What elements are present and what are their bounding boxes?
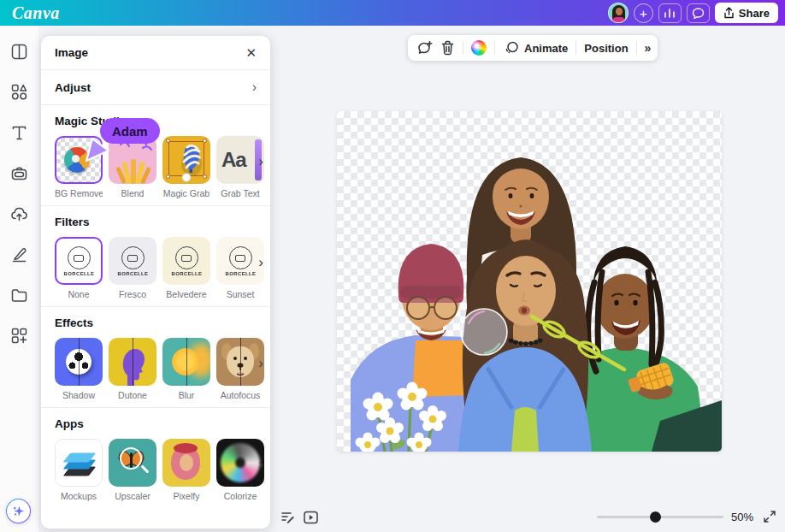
photo-four-friends	[337, 111, 722, 452]
upload-icon	[723, 7, 735, 19]
effect-dutone-thumb	[109, 338, 156, 386]
section-filters: Filters BORCELLE None BORCELLE Fresco	[41, 206, 270, 307]
avatar[interactable]	[608, 3, 629, 23]
avatar-shirt	[611, 17, 626, 23]
share-button[interactable]: Share	[715, 3, 778, 23]
sidebar-item-text[interactable]	[10, 124, 28, 142]
canva-logo[interactable]: Canva	[12, 3, 60, 23]
close-icon[interactable]: ✕	[245, 46, 257, 59]
text-icon	[10, 124, 28, 142]
notes-button[interactable]	[280, 511, 295, 529]
projects-icon	[10, 287, 28, 304]
magic-grab-thumb	[162, 136, 210, 184]
effect-shadow-thumb	[55, 338, 103, 386]
app-pixelfy-thumb	[162, 439, 210, 487]
elements-icon	[10, 83, 28, 101]
animate-icon	[503, 40, 519, 56]
effect-dutone[interactable]: Dutone	[109, 338, 156, 400]
animate-button[interactable]: Animate	[503, 40, 568, 56]
filter-none[interactable]: BORCELLE None	[55, 237, 103, 299]
chat-bubble-icon	[692, 7, 705, 20]
ai-assistant-button[interactable]	[6, 499, 31, 523]
canva-editor: Canva + Share	[0, 0, 785, 532]
trash-icon	[440, 40, 455, 56]
scroll-right-icon[interactable]: ›	[258, 457, 263, 471]
zoom-slider-thumb[interactable]	[650, 511, 661, 523]
scroll-right-icon[interactable]: ›	[258, 356, 263, 370]
app-mockups-thumb	[55, 439, 103, 487]
avatar-face	[616, 8, 623, 15]
image-panel: Image ✕ Adjust › Magic Studio BG Remover	[41, 36, 270, 529]
section-magic-studio: Magic Studio BG Remover	[41, 105, 270, 206]
filter-none-thumb: BORCELLE	[55, 237, 103, 285]
grab-text-thumb: Aa	[216, 136, 264, 184]
present-button[interactable]	[303, 510, 319, 529]
effect-autofocus-thumb	[216, 338, 264, 386]
tool-blend[interactable]: Blend	[109, 136, 156, 198]
effect-blur-thumb	[162, 338, 210, 386]
filter-sunset[interactable]: BORCELLE Sunset	[216, 237, 264, 299]
effect-blur[interactable]: Blur	[162, 338, 210, 400]
sidebar-item-apps[interactable]	[10, 327, 28, 345]
sidebar-item-brand[interactable]	[10, 164, 28, 182]
effect-shadow[interactable]: Shadow	[55, 338, 103, 400]
scroll-right-icon[interactable]: ›	[258, 255, 263, 269]
more-options-button[interactable]: »	[645, 41, 650, 55]
bar-chart-icon	[664, 7, 676, 19]
app-mockups[interactable]: Mockups	[55, 439, 103, 501]
draw-icon	[10, 245, 28, 263]
effect-autofocus[interactable]: Autofocus	[216, 338, 264, 400]
blend-thumb	[109, 136, 156, 184]
soap-bubble	[461, 309, 507, 355]
design-canvas[interactable]	[337, 111, 722, 452]
add-member-button[interactable]: +	[634, 3, 653, 23]
brand-icon	[10, 164, 28, 182]
fullscreen-button[interactable]	[763, 510, 776, 527]
app-pixelfy[interactable]: Pixelfy	[162, 439, 210, 501]
comments-button[interactable]	[687, 3, 710, 23]
top-bar: Canva + Share	[0, 0, 785, 26]
toolbar-divider	[575, 41, 576, 55]
app-colorize[interactable]: Colorize	[216, 439, 264, 501]
left-sidebar	[0, 26, 38, 532]
delete-button[interactable]	[440, 40, 455, 56]
filter-fresco-thumb: BORCELLE	[109, 237, 156, 285]
add-comment-button[interactable]	[416, 40, 433, 56]
tool-magic-grab[interactable]: Magic Grab	[162, 136, 210, 198]
comment-add-icon	[416, 40, 433, 56]
insights-button[interactable]	[658, 3, 682, 23]
app-upscaler-thumb	[109, 439, 156, 487]
sidebar-item-uploads[interactable]	[10, 205, 28, 223]
zoom-slider[interactable]	[597, 511, 723, 523]
filter-belvedere[interactable]: BORCELLE Belvedere	[162, 237, 210, 299]
share-label: Share	[739, 7, 770, 20]
zoom-level: 50%	[731, 511, 753, 523]
filter-fresco[interactable]: BORCELLE Fresco	[109, 237, 156, 299]
sidebar-item-elements[interactable]	[10, 83, 28, 101]
filter-sunset-thumb: BORCELLE	[216, 237, 264, 285]
section-effects: Effects Shadow Dutone	[41, 307, 270, 408]
chevron-right-icon: ›	[252, 80, 257, 94]
expand-icon	[763, 510, 776, 523]
selection-toolbar: Animate Position »	[408, 35, 658, 61]
design-icon	[10, 43, 28, 61]
position-button[interactable]: Position	[584, 42, 628, 55]
sidebar-item-draw[interactable]	[10, 245, 28, 263]
toolbar-divider	[494, 41, 495, 55]
tool-bg-remover[interactable]: BG Remover	[55, 136, 103, 198]
app-upscaler[interactable]: Upscaler	[109, 439, 156, 501]
selection-frame	[168, 141, 204, 176]
bg-remover-thumb	[55, 136, 103, 184]
sidebar-item-projects[interactable]	[10, 287, 28, 304]
grab-hand-icon	[182, 173, 192, 182]
tool-grab-text[interactable]: Aa Grab Text	[216, 136, 264, 198]
animate-label: Animate	[524, 42, 568, 55]
presentation-play-icon	[303, 510, 319, 525]
color-wheel-icon[interactable]	[471, 40, 487, 56]
scroll-right-icon[interactable]: ›	[258, 154, 263, 168]
app-colorize-thumb	[216, 439, 264, 487]
toolbar-divider	[463, 41, 463, 55]
adjust-row[interactable]: Adjust ›	[41, 70, 270, 105]
sidebar-item-design[interactable]	[10, 43, 28, 61]
filter-belvedere-thumb: BORCELLE	[162, 237, 210, 285]
